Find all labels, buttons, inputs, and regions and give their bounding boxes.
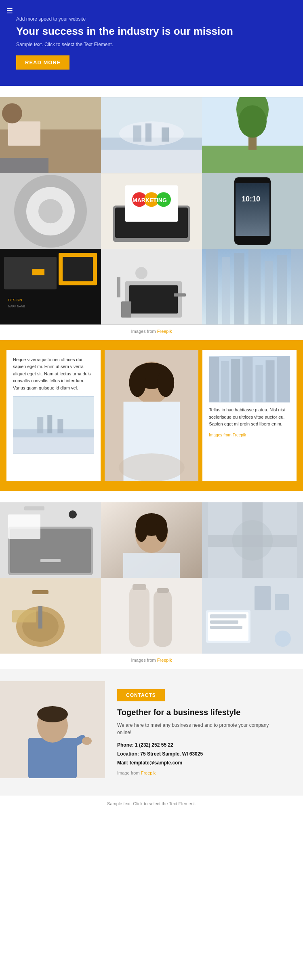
svg-rect-46: [117, 277, 120, 297]
grid1-cell-7: DESIGN MARK NAME: [0, 249, 101, 325]
grid2-cell-6: [202, 578, 303, 654]
grid1-cell-2: [101, 97, 202, 173]
photo-grid-1: MARKETING 10:10 DESIGN: [0, 97, 303, 325]
footer-text: Sample text. Click to select the Text El…: [0, 801, 303, 806]
contact-title: Together for a business lifestyle: [117, 707, 283, 718]
orange-card-1-text: Neque viverra justo nec ultrices dui sap…: [13, 356, 94, 392]
svg-rect-83: [8, 514, 40, 539]
orange-card-3-text: Tellus in hac habitasse platea. Nisl nis…: [209, 406, 290, 428]
svg-rect-113: [210, 614, 246, 618]
grid2-cell-3: [202, 502, 303, 578]
svg-rect-97: [297, 502, 303, 578]
hamburger-icon[interactable]: ☰: [6, 6, 13, 15]
svg-rect-36: [4, 257, 57, 289]
svg-rect-52: [222, 257, 230, 324]
svg-rect-115: [210, 626, 242, 629]
svg-point-70: [157, 368, 174, 397]
phone-label: Phone:: [117, 742, 134, 748]
grid1-cell-6: 10:10: [202, 173, 303, 249]
hero-subtitle: Add more speed to your website: [16, 16, 287, 22]
grid1-cell-3: [202, 97, 303, 173]
svg-rect-57: [291, 249, 303, 324]
orange-card-3: Tellus in hac habitasse platea. Nisl nis…: [202, 350, 297, 482]
svg-rect-44: [129, 285, 178, 313]
phone-value: 1 (232) 252 55 22: [135, 742, 173, 748]
freepik-link-2[interactable]: Freepik: [157, 658, 172, 663]
orange-card-3-image: [209, 356, 290, 402]
svg-rect-76: [256, 365, 263, 402]
grid2-cell-2: [101, 502, 202, 578]
grid1-cell-1: [0, 97, 101, 173]
svg-rect-109: [157, 588, 169, 593]
svg-rect-60: [13, 437, 94, 453]
svg-point-69: [129, 368, 146, 397]
svg-point-118: [275, 631, 291, 647]
grid2-cell-5: [101, 578, 202, 654]
svg-rect-32: [236, 183, 269, 236]
svg-text:10:10: 10:10: [242, 195, 260, 203]
read-more-button[interactable]: READ MORE: [16, 55, 69, 70]
svg-rect-10: [145, 123, 152, 142]
svg-text:MARKETING: MARKETING: [133, 197, 167, 203]
svg-point-90: [135, 519, 147, 542]
svg-rect-78: [277, 357, 290, 402]
svg-rect-92: [123, 553, 180, 578]
hero-section: ☰ Add more speed to your website Your su…: [0, 0, 303, 86]
svg-point-3: [2, 103, 22, 123]
grid1-cell-8: [101, 249, 202, 325]
svg-rect-105: [101, 578, 202, 654]
grid1-cell-9: [202, 249, 303, 325]
svg-text:MARK NAME: MARK NAME: [8, 305, 25, 308]
svg-rect-103: [32, 590, 48, 594]
freepik-link-1[interactable]: Freepik: [157, 329, 172, 334]
grid1-cell-5: MARKETING: [101, 173, 202, 249]
svg-rect-56: [277, 255, 287, 324]
svg-rect-106: [129, 586, 149, 647]
contact-info: CONTACTS Together for a business lifesty…: [105, 681, 291, 783]
svg-point-84: [69, 510, 77, 519]
contact-person-image: [0, 681, 105, 778]
svg-rect-13: [202, 146, 303, 173]
svg-rect-63: [57, 419, 63, 433]
svg-point-91: [156, 519, 168, 542]
hero-title: Your success in the industry is our miss…: [16, 25, 287, 38]
svg-rect-11: [162, 127, 169, 142]
contacts-button[interactable]: CONTACTS: [117, 689, 165, 701]
orange-card-1-image: [13, 396, 94, 454]
grid2-cell-4: [0, 578, 101, 654]
location-value: 75 Street Sample, WI 63025: [140, 751, 203, 757]
svg-point-98: [232, 520, 273, 561]
svg-rect-51: [206, 249, 218, 324]
contact-img-note: Image from Freepik: [117, 770, 283, 775]
mail-label: Mail:: [117, 760, 128, 766]
svg-point-67: [119, 453, 185, 482]
svg-rect-7: [101, 150, 202, 173]
svg-rect-54: [248, 249, 261, 324]
svg-rect-104: [12, 610, 36, 622]
svg-rect-102: [38, 606, 42, 629]
svg-marker-37: [32, 269, 44, 275]
svg-rect-39: [63, 257, 93, 281]
svg-rect-61: [37, 417, 43, 433]
svg-rect-47: [174, 293, 186, 296]
svg-text:DESIGN: DESIGN: [8, 298, 22, 302]
svg-rect-74: [231, 359, 240, 402]
svg-point-45: [135, 267, 147, 279]
orange-card-1: Neque viverra justo nec ultrices dui sap…: [6, 350, 101, 482]
svg-rect-55: [265, 261, 273, 324]
svg-rect-107: [154, 590, 172, 647]
svg-point-122: [37, 706, 68, 722]
orange-card-3-freepik: Images from Freepik: [209, 432, 290, 438]
orange-card-2: [105, 350, 199, 482]
hero-description: Sample text. Click to select the Text El…: [16, 42, 287, 47]
svg-rect-114: [210, 620, 238, 624]
freepik-note-2: Images from Freepik: [0, 654, 303, 669]
mail-value: template@sample.com: [130, 760, 182, 766]
svg-rect-9: [133, 125, 141, 142]
grid1-cell-4: [0, 173, 101, 249]
svg-rect-53: [234, 253, 244, 324]
contact-freepik-link[interactable]: Freepik: [141, 770, 156, 775]
svg-rect-2: [8, 121, 40, 146]
svg-rect-96: [202, 502, 208, 578]
svg-rect-82: [24, 506, 44, 510]
